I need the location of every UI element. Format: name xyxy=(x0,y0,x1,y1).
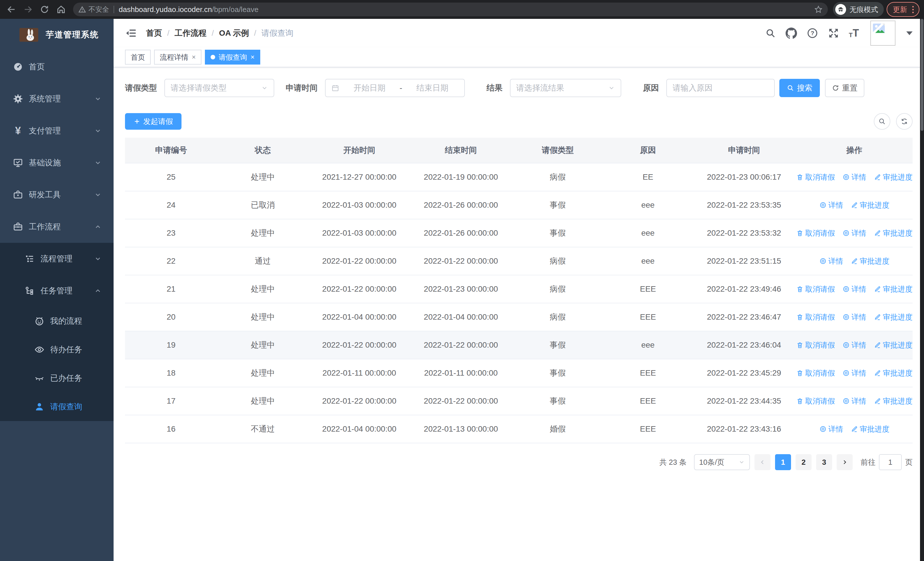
url-text[interactable]: dashboard.yudao.iocoder.cn/bpm/oa/leave xyxy=(119,5,811,14)
cancel-leave-link[interactable]: 取消请假 xyxy=(796,340,835,350)
result-select[interactable]: 请选择流结果 xyxy=(510,79,621,97)
cancel-leave-link[interactable]: 取消请假 xyxy=(796,368,835,378)
select-placeholder: 请选择请假类型 xyxy=(171,83,226,93)
approval-progress-link[interactable]: 审批进度 xyxy=(874,228,913,238)
approval-progress-link[interactable]: 审批进度 xyxy=(874,396,913,406)
browser-reload-icon[interactable] xyxy=(38,3,51,16)
view-detail-link[interactable]: 详情 xyxy=(842,228,866,238)
create-leave-button[interactable]: 发起请假 xyxy=(125,113,182,130)
apply-time-range-picker[interactable]: 开始日期 - 结束日期 xyxy=(325,79,465,97)
row-actions: 详情 审批进度 xyxy=(796,200,912,210)
tab-leave-query[interactable]: 请假查询 × xyxy=(205,50,260,65)
view-detail-link[interactable]: 详情 xyxy=(819,200,843,210)
sidebar-item-done-tasks[interactable]: 已办任务 xyxy=(0,364,114,393)
avatar-dropdown-caret-icon[interactable] xyxy=(906,32,913,35)
goto-page-input[interactable] xyxy=(879,454,902,470)
action-label: 审批进度 xyxy=(883,368,913,378)
sidebar-item-payment[interactable]: ¥ 支付管理 xyxy=(0,115,114,147)
sidebar-item-todo-tasks[interactable]: 待办任务 xyxy=(0,335,114,364)
sidebar-item-task-mgmt[interactable]: 任务管理 xyxy=(0,275,114,307)
approval-progress-link[interactable]: 审批进度 xyxy=(874,368,913,378)
sidebar-item-my-process[interactable]: 我的流程 xyxy=(0,307,114,335)
end-date-input[interactable]: 结束日期 xyxy=(406,83,459,93)
start-date-input[interactable]: 开始日期 xyxy=(343,83,396,93)
bookmark-star-icon[interactable] xyxy=(814,5,823,14)
approval-progress-link[interactable]: 审批进度 xyxy=(850,200,890,210)
avatar[interactable] xyxy=(870,21,896,46)
breadcrumb-item[interactable]: 工作流程 xyxy=(175,28,207,39)
action-label: 审批进度 xyxy=(883,172,913,182)
cancel-leave-link[interactable]: 取消请假 xyxy=(796,172,835,182)
font-size-icon[interactable]: TT xyxy=(849,28,859,38)
view-detail-link[interactable]: 详情 xyxy=(819,256,843,266)
page-button-3[interactable]: 3 xyxy=(816,454,832,470)
browser-back-icon[interactable] xyxy=(4,3,18,16)
pencil-icon xyxy=(850,257,858,265)
sidebar-item-label: 基础设施 xyxy=(29,157,61,168)
pencil-icon xyxy=(874,173,881,181)
approval-progress-link[interactable]: 审批进度 xyxy=(874,340,913,350)
show-search-toggle-button[interactable] xyxy=(874,113,890,130)
reset-button[interactable]: 重置 xyxy=(825,79,864,97)
breadcrumb-item[interactable]: 首页 xyxy=(146,28,162,39)
reason-input[interactable] xyxy=(667,80,774,96)
close-icon[interactable]: × xyxy=(192,53,196,61)
browser-menu-icon[interactable] xyxy=(911,6,915,13)
cancel-leave-link[interactable]: 取消请假 xyxy=(796,312,835,322)
approval-progress-link[interactable]: 审批进度 xyxy=(874,172,913,182)
view-detail-link[interactable]: 详情 xyxy=(842,312,866,322)
page-size-select[interactable]: 10条/页 xyxy=(694,454,750,470)
close-icon[interactable]: × xyxy=(250,53,255,61)
sidebar-toggle-icon[interactable] xyxy=(125,27,137,39)
breadcrumb-item[interactable]: OA 示例 xyxy=(219,28,249,39)
page-button-1[interactable]: 1 xyxy=(775,454,791,470)
cancel-leave-link[interactable]: 取消请假 xyxy=(796,284,835,294)
tree-table-icon xyxy=(24,254,35,264)
sidebar-item-system[interactable]: 系统管理 xyxy=(0,83,114,115)
cancel-leave-link[interactable]: 取消请假 xyxy=(796,396,835,406)
approval-progress-link[interactable]: 审批进度 xyxy=(850,256,890,266)
sidebar-item-infrastructure[interactable]: 基础设施 xyxy=(0,147,114,179)
next-page-button[interactable] xyxy=(837,454,853,470)
browser-forward-icon[interactable] xyxy=(21,3,35,16)
view-detail-link[interactable]: 详情 xyxy=(842,340,866,350)
approval-progress-link[interactable]: 审批进度 xyxy=(874,312,913,322)
sidebar-item-workflow[interactable]: 工作流程 xyxy=(0,211,114,243)
github-icon[interactable] xyxy=(786,27,797,39)
cancel-leave-link[interactable]: 取消请假 xyxy=(796,228,835,238)
view-detail-link[interactable]: 详情 xyxy=(842,368,866,378)
view-icon xyxy=(842,341,850,349)
tab-home[interactable]: 首页 xyxy=(125,50,151,65)
view-detail-link[interactable]: 详情 xyxy=(842,172,866,182)
view-detail-link[interactable]: 详情 xyxy=(819,424,843,434)
tab-process-detail[interactable]: 流程详情 × xyxy=(154,50,201,65)
leave-type-select[interactable]: 请选择请假类型 xyxy=(164,79,274,97)
cell-end-time: 2022-01-26 00:00:00 xyxy=(410,229,512,238)
action-label: 取消请假 xyxy=(805,340,835,350)
approval-progress-link[interactable]: 审批进度 xyxy=(850,424,890,434)
fullscreen-icon[interactable] xyxy=(828,27,839,39)
cell-id: 23 xyxy=(125,229,217,238)
sidebar-item-leave-query[interactable]: 请假查询 xyxy=(0,393,114,421)
action-label: 审批进度 xyxy=(883,284,913,294)
breadcrumb-separator: / xyxy=(212,29,214,38)
browser-home-icon[interactable] xyxy=(54,3,68,16)
scrollbar-thumb[interactable] xyxy=(921,19,923,131)
search-button[interactable]: 搜索 xyxy=(779,79,820,97)
prev-page-button[interactable] xyxy=(754,454,771,470)
browser-update-button[interactable]: 更新 xyxy=(886,2,920,17)
sidebar-item-process-mgmt[interactable]: 流程管理 xyxy=(0,243,114,275)
help-icon[interactable]: ? xyxy=(807,27,818,39)
sidebar-item-dev-tools[interactable]: 研发工具 xyxy=(0,179,114,211)
page-button-2[interactable]: 2 xyxy=(796,454,812,470)
view-detail-link[interactable]: 详情 xyxy=(842,284,866,294)
header-search-icon[interactable] xyxy=(765,28,776,39)
page-scrollbar[interactable] xyxy=(920,19,924,561)
sidebar-item-home[interactable]: 首页 xyxy=(0,51,114,83)
address-bar[interactable]: 不安全 dashboard.yudao.iocoder.cn/bpm/oa/le… xyxy=(73,3,828,16)
insecure-warning[interactable]: 不安全 xyxy=(78,5,109,14)
approval-progress-link[interactable]: 审批进度 xyxy=(874,284,913,294)
refresh-table-button[interactable] xyxy=(896,113,913,130)
app-logo[interactable]: 芋道管理系统 xyxy=(0,19,114,51)
view-detail-link[interactable]: 详情 xyxy=(842,396,866,406)
